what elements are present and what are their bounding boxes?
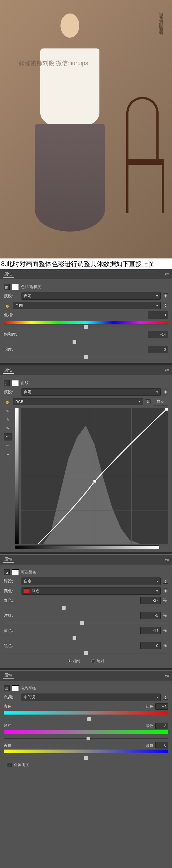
input-gradient bbox=[15, 546, 159, 549]
layer-mask-thumb-4[interactable] bbox=[12, 685, 19, 691]
color-balance-title: 色彩平衡 bbox=[21, 686, 36, 691]
magenta-label: 洋红: bbox=[4, 613, 19, 618]
cyan-slider[interactable] bbox=[4, 606, 168, 610]
chair-illustration bbox=[126, 97, 164, 215]
saturation-value[interactable]: -14 bbox=[148, 331, 168, 338]
cb-mg-value[interactable]: +3 bbox=[155, 723, 168, 729]
relative-radio[interactable]: 相对 bbox=[68, 659, 81, 664]
properties-panel-header-2: 属性 ▾≡ bbox=[0, 365, 172, 375]
properties-tab-4[interactable]: 属性 bbox=[3, 672, 14, 679]
saturation-label: 饱和度: bbox=[4, 332, 19, 337]
curve-point-tool-icon[interactable]: 〰 bbox=[4, 433, 12, 440]
panel-divider-2 bbox=[0, 552, 172, 555]
hero-image: 行也思君 坐也思君 晓看天色暮看云 @修图师刘锐 微信:liuruips bbox=[0, 0, 172, 258]
cb-cr-value[interactable]: +4 bbox=[155, 703, 168, 710]
color-select[interactable]: 红色 bbox=[22, 587, 161, 595]
tone-select[interactable]: 中间调 bbox=[22, 693, 161, 701]
saturation-slider[interactable] bbox=[4, 340, 168, 344]
properties-tab-3[interactable]: 属性 bbox=[3, 556, 14, 563]
curve-smooth-icon[interactable]: ⌁ bbox=[4, 451, 12, 458]
channel-stepper[interactable] bbox=[163, 303, 168, 308]
svg-rect-3 bbox=[165, 408, 168, 411]
eyedropper-gray-icon[interactable]: ✎ bbox=[4, 416, 12, 423]
curve-draw-tool-icon[interactable]: ✏ bbox=[4, 442, 12, 449]
targeted-adjust-icon-2[interactable]: ☝ bbox=[4, 398, 11, 405]
curves-channel-stepper[interactable] bbox=[145, 399, 150, 404]
layer-mask-thumb[interactable] bbox=[12, 284, 19, 290]
hue-value[interactable]: 0 bbox=[148, 311, 168, 318]
channel-select[interactable]: 全图 bbox=[13, 302, 161, 309]
output-gradient bbox=[15, 408, 19, 545]
curves-preset-select[interactable]: 自定 bbox=[22, 388, 161, 396]
auto-button[interactable]: 自动 bbox=[153, 398, 168, 405]
cb-green-label: 绿色 bbox=[140, 723, 153, 728]
cyan-red-gradient bbox=[4, 711, 168, 715]
panel-menu-icon-4[interactable]: ▾≡ bbox=[165, 673, 169, 678]
properties-panel-header-3: 属性 ▾≡ bbox=[0, 555, 172, 565]
cyan-red-slider[interactable] bbox=[4, 717, 168, 721]
black-slider[interactable] bbox=[4, 651, 168, 655]
hero-watermark: @修图师刘锐 微信:liuruips bbox=[19, 59, 88, 67]
color-balance-icon: ⚖ bbox=[4, 685, 10, 691]
layer-mask-thumb-2[interactable] bbox=[12, 380, 19, 386]
percent-unit: % bbox=[163, 598, 168, 603]
preset-stepper[interactable] bbox=[163, 293, 168, 298]
properties-panel-header-4: 属性 ▾≡ bbox=[0, 671, 172, 681]
svg-rect-2 bbox=[93, 480, 96, 483]
yellow-blue-slider[interactable] bbox=[4, 756, 168, 760]
tone-stepper[interactable] bbox=[163, 695, 168, 700]
yellow-label: 黄色: bbox=[4, 628, 19, 633]
magenta-green-gradient bbox=[4, 730, 168, 734]
hue-label: 色相: bbox=[4, 313, 19, 318]
selective-color-icon: ◢ bbox=[4, 569, 10, 575]
preset-select[interactable]: 自定 bbox=[22, 292, 161, 300]
cb-yb-value[interactable]: 0 bbox=[155, 742, 168, 748]
selective-title: 可选颜色 bbox=[21, 570, 36, 575]
panel-menu-icon-3[interactable]: ▾≡ bbox=[165, 557, 169, 562]
yellow-slider[interactable] bbox=[4, 636, 168, 640]
selective-preset-select[interactable]: 自定 bbox=[22, 578, 161, 585]
absolute-radio[interactable]: 绝对 bbox=[91, 659, 104, 664]
preserve-luminosity-checkbox[interactable]: ✓ 保留明度 bbox=[7, 763, 168, 767]
hue-slider[interactable] bbox=[4, 325, 168, 329]
curves-icon: ⬚ bbox=[4, 380, 10, 386]
properties-tab-2[interactable]: 属性 bbox=[3, 367, 14, 374]
curves-title: 曲线 bbox=[21, 381, 29, 385]
red-swatch bbox=[24, 589, 30, 593]
step-caption: 8.此时对画面整体色彩进行调整具体数据如下直接上图 bbox=[0, 258, 172, 269]
hue-sat-icon: ▦ bbox=[4, 284, 10, 290]
magenta-value[interactable]: -5 bbox=[140, 612, 161, 619]
eyedropper-white-icon[interactable]: ✎ bbox=[4, 425, 12, 432]
yellow-value[interactable]: -14 bbox=[140, 627, 161, 634]
preset-label: 预设: bbox=[4, 293, 19, 299]
properties-tab[interactable]: 属性 bbox=[3, 271, 14, 278]
selective-color-panel: ◢ 可选颜色 预设: 自定 颜色: 红色 青色: -27 % 洋红: -5 % … bbox=[0, 565, 172, 668]
preset-label-2: 预设: bbox=[4, 390, 19, 395]
cyan-label: 青色: bbox=[4, 598, 19, 603]
color-stepper[interactable] bbox=[163, 589, 168, 593]
preset-label-3: 预设: bbox=[4, 579, 19, 584]
curves-graph[interactable] bbox=[21, 408, 168, 545]
black-value[interactable]: 0 bbox=[140, 642, 161, 649]
cb-yellow-label: 黄色 bbox=[4, 743, 17, 748]
curves-preset-stepper[interactable] bbox=[163, 390, 168, 395]
panel-divider bbox=[0, 363, 172, 365]
lightness-value[interactable]: 0 bbox=[148, 346, 168, 353]
cyan-value[interactable]: -27 bbox=[140, 597, 161, 604]
targeted-adjust-icon[interactable]: ☝ bbox=[4, 302, 11, 309]
eyedropper-black-icon[interactable]: ✎ bbox=[4, 408, 12, 414]
black-label: 黑色: bbox=[4, 643, 19, 648]
magenta-green-slider[interactable] bbox=[4, 737, 168, 740]
yellow-blue-gradient bbox=[4, 749, 168, 753]
lightness-slider[interactable] bbox=[4, 355, 168, 359]
panel-menu-icon[interactable]: ▾≡ bbox=[165, 272, 169, 277]
checkmark-icon: ✓ bbox=[7, 763, 12, 767]
panel-menu-icon-2[interactable]: ▾≡ bbox=[165, 368, 169, 373]
cb-red-label: 红色 bbox=[140, 704, 153, 709]
hero-vertical-text: 行也思君 坐也思君 晓看天色暮看云 bbox=[158, 8, 164, 29]
selective-preset-stepper[interactable] bbox=[163, 579, 168, 584]
layer-mask-thumb-3[interactable] bbox=[12, 569, 19, 575]
magenta-slider[interactable] bbox=[4, 621, 168, 625]
cb-blue-label: 蓝色 bbox=[140, 743, 153, 748]
curves-channel-select[interactable]: RGB bbox=[13, 398, 143, 405]
